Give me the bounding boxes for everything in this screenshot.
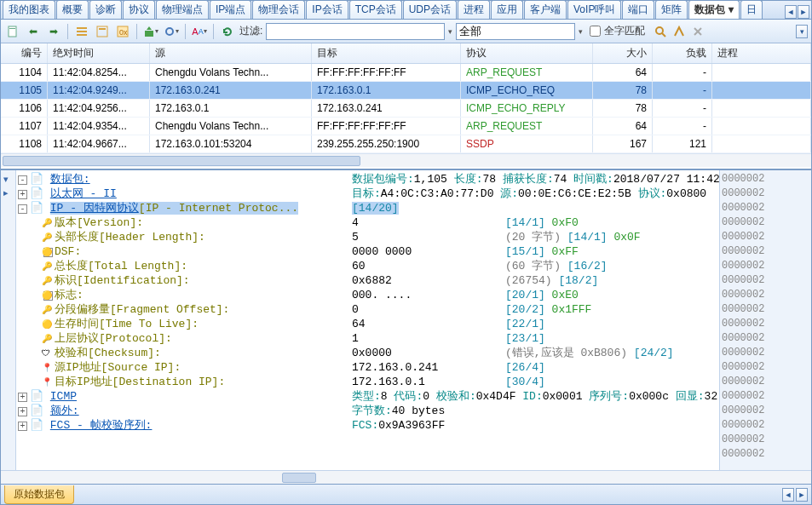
tab-raw-packet[interactable]: 原始数据包 [4, 485, 74, 504]
tabs-scroll-left[interactable]: ◄ [785, 5, 797, 19]
top-tab-10[interactable]: 进程 [458, 1, 490, 19]
tree-packet[interactable]: 数据包: [50, 173, 90, 186]
bottom-tabs: 原始数据包 ◄ ► [1, 484, 811, 504]
tree-field[interactable]: 🔑总长度[Total Length]: [18, 259, 345, 273]
expander[interactable]: + [18, 407, 27, 416]
refresh-button[interactable] [219, 23, 236, 40]
gutter-expand-icon[interactable]: ▸ [3, 187, 14, 198]
col-proc[interactable]: 进程 [712, 43, 811, 63]
tree-field[interactable]: 🔑分段偏移量[Fragment Offset]: [18, 302, 345, 317]
table-row[interactable]: 110411:42:04.8254...Chengdu Volans Techn… [1, 64, 811, 82]
top-tab-11[interactable]: 应用 [491, 1, 523, 19]
details-hscroll[interactable] [1, 470, 811, 484]
value-column[interactable]: 数据包编号:1,105 长度:78 捕获长度:74 时间戳:2018/07/27… [348, 170, 719, 470]
value-row: 1[23/1] [352, 331, 716, 346]
view-detail-button[interactable] [94, 23, 111, 40]
tree-icmp[interactable]: ICMP [50, 390, 77, 403]
top-tab-3[interactable]: 协议 [123, 1, 155, 19]
expander[interactable]: - [18, 175, 27, 185]
clear-button[interactable] [689, 23, 706, 40]
tree-field[interactable]: 🛡校验和[Checksum]: [18, 346, 345, 360]
top-tab-12[interactable]: 客户端 [524, 1, 567, 19]
table-row[interactable]: 110611:42:04.9256...172.163.0.1172.163.0… [1, 100, 811, 118]
top-tab-0[interactable]: 我的图表 [3, 1, 55, 19]
svg-point-10 [166, 28, 173, 35]
col-proto[interactable]: 协议 [461, 43, 593, 63]
col-no[interactable]: 编号 [1, 43, 48, 63]
tree-field[interactable]: 🟡生存时间[Time To Live]: [18, 317, 345, 331]
font-button[interactable]: AA▾ [191, 23, 208, 40]
scope-select[interactable] [456, 23, 575, 40]
search-button[interactable] [652, 23, 669, 40]
forward-button[interactable]: ➡ [45, 23, 62, 40]
whole-word-label: 全字匹配 [604, 24, 645, 38]
top-tab-1[interactable]: 概要 [56, 1, 89, 19]
col-time[interactable]: 绝对时间 [48, 43, 150, 63]
gutter-filter-icon[interactable]: ▾ [3, 174, 14, 184]
back-button[interactable]: ⬅ [25, 23, 42, 40]
packet-hscroll[interactable] [1, 153, 811, 167]
tree-ethernet[interactable]: 以太网 - II [50, 187, 117, 200]
top-tab-8[interactable]: TCP会话 [349, 1, 402, 19]
tree-field[interactable]: 🔑标识[Identification]: [18, 273, 345, 288]
top-tab-13[interactable]: VoIP呼叫 [567, 1, 621, 19]
view-hex-button[interactable]: 0x [114, 23, 131, 40]
toolbar: ⬅ ➡ 0x ▾ ▾ AA▾ 过滤: ▾ ▾ 全字匹配 ▾ [1, 20, 811, 43]
tree-fcs[interactable]: FCS - 帧校验序列: [50, 419, 153, 432]
tree-field[interactable]: +🟡DSF: [18, 244, 345, 259]
top-tab-4[interactable]: 物理端点 [156, 1, 209, 19]
scope-dropdown-icon[interactable]: ▾ [579, 27, 583, 36]
col-size[interactable]: 大小 [593, 43, 653, 63]
tree-field[interactable]: 🔑头部长度[Header Length]: [18, 230, 345, 244]
table-row[interactable]: 110511:42:04.9249...172.163.0.241172.163… [1, 82, 811, 100]
table-row[interactable]: 110711:42:04.9354...Chengdu Volans Techn… [1, 118, 811, 135]
toolbar-overflow[interactable]: ▾ [796, 25, 808, 38]
tree-field[interactable]: +🟡标志: [18, 288, 345, 302]
top-tab-6[interactable]: 物理会话 [252, 1, 305, 19]
tree-field[interactable]: 🔑版本[Version]: [18, 215, 345, 230]
col-src[interactable]: 源 [150, 43, 312, 63]
filter-input[interactable] [266, 23, 445, 40]
bottom-nav-right[interactable]: ► [796, 488, 808, 502]
tree-extra[interactable]: 额外: [50, 405, 79, 417]
expander[interactable]: + [18, 190, 27, 199]
expander[interactable]: - [18, 204, 27, 214]
top-tab-14[interactable]: 端口 [622, 1, 654, 19]
expander[interactable]: + [18, 422, 27, 431]
filter-dropdown-icon[interactable]: ▾ [448, 27, 452, 36]
value-row: 60(60 字节) [16/2] [352, 259, 716, 273]
highlight-button[interactable] [671, 23, 688, 40]
top-tab-9[interactable]: UDP会话 [403, 1, 457, 19]
bottom-nav-left[interactable]: ◄ [782, 488, 794, 502]
table-row[interactable]: 110811:42:04.9667...172.163.0.101:532042… [1, 135, 811, 153]
top-tab-2[interactable]: 诊断 [89, 1, 122, 19]
filter-label: 过滤: [239, 24, 262, 38]
top-tab-7[interactable]: IP会话 [306, 1, 348, 19]
tabs-scroll-right[interactable]: ► [798, 5, 809, 19]
col-dst[interactable]: 目标 [312, 43, 461, 63]
svg-line-12 [662, 33, 665, 37]
col-load[interactable]: 负载 [653, 43, 712, 63]
value-row: 0[20/2] 0x1FFF [352, 302, 716, 317]
new-doc-button[interactable] [4, 23, 21, 40]
top-tab-5[interactable]: IP端点 [210, 1, 251, 19]
top-tab-overflow[interactable]: 日 [740, 1, 763, 19]
top-tab-15[interactable]: 矩阵 [655, 1, 688, 19]
settings-button[interactable]: ▾ [163, 23, 180, 40]
top-tab-16[interactable]: 数据包 ▾ [688, 1, 739, 19]
export-button[interactable]: ▾ [142, 23, 159, 40]
view-list-button[interactable] [73, 23, 90, 40]
packet-body[interactable]: 110411:42:04.8254...Chengdu Volans Techn… [1, 64, 811, 153]
tree-field[interactable]: 🔑上层协议[Protocol]: [18, 331, 345, 346]
tree-field[interactable]: 📍源IP地址[Source IP]: [18, 360, 345, 375]
whole-word-checkbox[interactable] [590, 26, 601, 37]
expander[interactable]: + [18, 393, 27, 402]
tree-field[interactable]: 📍目标IP地址[Destination IP]: [18, 375, 345, 389]
value-row: 172.163.0.1[30/4] [352, 375, 716, 389]
protocol-tree[interactable]: -📄 数据包: +📄 以太网 - II -📄 IP - 因特网协议[IP - I… [16, 170, 348, 470]
hex-column[interactable]: 0000002000000200000020000002000000200000… [719, 170, 811, 470]
tree-ip[interactable]: IP - 因特网协议 [50, 202, 139, 215]
svg-rect-9 [145, 31, 153, 37]
top-tabs-nav: ◄ ► [785, 5, 809, 19]
packet-header-row: 编号 绝对时间 源 目标 协议 大小 负载 进程 [1, 43, 811, 64]
